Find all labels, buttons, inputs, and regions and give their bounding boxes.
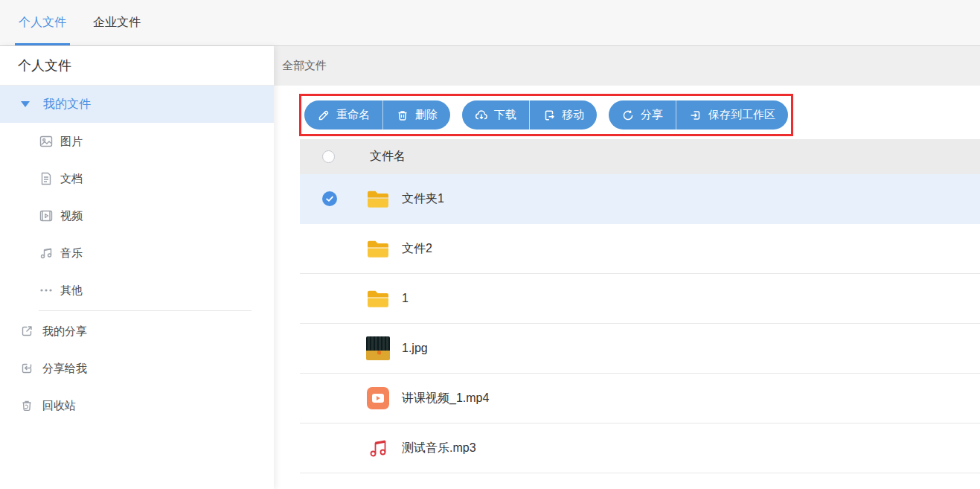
sidebar-item-pictures[interactable]: 图片: [0, 123, 274, 160]
rename-button[interactable]: 重命名: [304, 100, 382, 130]
file-name: 文件2: [402, 241, 432, 257]
button-label: 下载: [494, 108, 516, 122]
file-name: 1.jpg: [402, 342, 428, 355]
annotation-highlight-box: 重命名 删除: [299, 94, 793, 136]
toolbar-group-share: 分享 保存到工作区: [609, 100, 788, 130]
delete-button[interactable]: 删除: [382, 100, 450, 130]
breadcrumb[interactable]: 全部文件: [274, 46, 980, 86]
sidebar-item-label: 其他: [60, 284, 83, 298]
row-checkbox-checked[interactable]: [322, 191, 337, 206]
column-header-filename: 文件名: [370, 149, 406, 164]
caret-down-icon: [21, 101, 30, 107]
sidebar-item-label: 图片: [60, 135, 83, 149]
tab-enterprise-files[interactable]: 企业文件: [89, 0, 144, 45]
sidebar: 个人文件 我的文件 图片: [0, 46, 274, 489]
share-in-icon: [19, 361, 34, 376]
folder-icon: [366, 189, 390, 209]
cloud-download-icon: [475, 109, 488, 122]
sidebar-item-my-shares[interactable]: 我的分享: [0, 313, 274, 350]
share-circle-icon: [621, 109, 635, 122]
sidebar-item-my-files[interactable]: 我的文件: [0, 86, 274, 123]
table-row-folder3[interactable]: 1: [300, 274, 980, 324]
select-all-checkbox[interactable]: [322, 150, 335, 163]
table-row-audio[interactable]: 测试音乐.mp3: [300, 424, 980, 473]
share-out-icon: [19, 324, 34, 339]
file-table: 文件名 文件夹1: [300, 139, 980, 489]
main-panel: 全部文件 重命名: [274, 46, 980, 489]
sidebar-item-label: 我的文件: [43, 97, 91, 112]
tab-personal-files[interactable]: 个人文件: [15, 0, 70, 45]
sidebar-item-label: 音乐: [60, 246, 83, 261]
sidebar-item-music[interactable]: 音乐: [0, 234, 274, 272]
button-label: 重命名: [336, 108, 370, 122]
music-file-icon: [366, 437, 390, 459]
table-row-image[interactable]: 1.jpg: [300, 324, 980, 374]
recycle-bin-icon: [19, 398, 34, 413]
folder-icon: [366, 289, 390, 309]
video-file-icon: [367, 387, 389, 409]
music-icon: [39, 246, 54, 261]
app-window: 个人文件 企业文件 个人文件 我的文件 图片: [0, 0, 980, 489]
table-row-folder1[interactable]: 文件夹1: [300, 174, 980, 224]
share-button[interactable]: 分享: [609, 100, 676, 130]
folder-icon: [366, 239, 390, 259]
sidebar-item-label: 视频: [60, 209, 83, 223]
button-label: 移动: [562, 108, 584, 122]
image-thumbnail: [366, 336, 390, 360]
sidebar-item-shared-with-me[interactable]: 分享给我: [0, 350, 274, 387]
sidebar-item-documents[interactable]: 文档: [0, 160, 274, 197]
move-button[interactable]: 移动: [529, 100, 597, 130]
toolbar-group-transfer: 下载 移动: [462, 100, 597, 130]
save-to-workspace-button[interactable]: 保存到工作区: [676, 100, 788, 130]
file-name: 文件夹1: [402, 191, 444, 207]
document-icon: [39, 171, 54, 186]
file-name: 测试音乐.mp3: [402, 441, 476, 456]
sidebar-item-label: 我的分享: [42, 325, 87, 339]
file-name: 讲课视频_1.mp4: [402, 391, 489, 406]
move-file-icon: [542, 109, 556, 122]
toolbar-group-edit: 重命名 删除: [304, 100, 450, 130]
divider: [39, 310, 252, 311]
sidebar-item-label: 分享给我: [42, 362, 87, 376]
sidebar-item-label: 回收站: [42, 399, 76, 413]
table-header: 文件名: [300, 139, 980, 174]
sidebar-item-label: 文档: [60, 172, 83, 186]
download-button[interactable]: 下载: [462, 100, 529, 130]
pencil-icon: [317, 109, 330, 122]
table-row-folder2[interactable]: 文件2: [300, 224, 980, 274]
file-name: 1: [402, 292, 409, 305]
save-to-workspace-icon: [689, 109, 702, 122]
button-label: 分享: [641, 108, 663, 122]
button-label: 删除: [415, 108, 438, 122]
button-label: 保存到工作区: [708, 108, 775, 122]
more-icon: [39, 283, 54, 298]
sidebar-title: 个人文件: [0, 46, 274, 86]
sidebar-item-recycle-bin[interactable]: 回收站: [0, 387, 274, 424]
top-tab-bar: 个人文件 企业文件: [0, 0, 980, 46]
video-icon: [39, 208, 54, 223]
sidebar-item-others[interactable]: 其他: [0, 272, 274, 309]
table-row-video[interactable]: 讲课视频_1.mp4: [300, 374, 980, 424]
trash-icon: [396, 109, 409, 122]
sidebar-item-videos[interactable]: 视频: [0, 197, 274, 234]
image-icon: [39, 134, 54, 149]
